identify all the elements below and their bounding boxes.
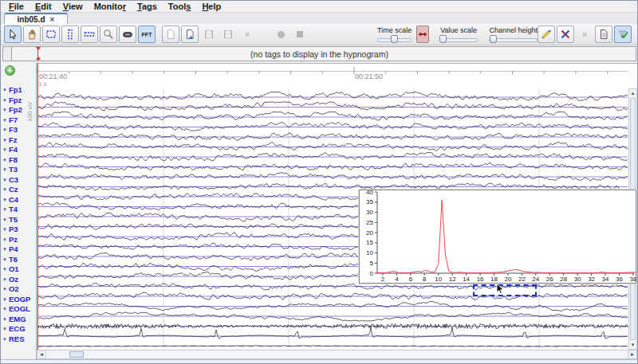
channel-row-f7[interactable]: ▼F7 <box>2 115 18 125</box>
channel-row-t3[interactable]: ▼T3 <box>2 165 18 174</box>
channel-row-t6[interactable]: ▼T6 <box>2 255 18 264</box>
channel-expand-icon[interactable]: ▼ <box>2 287 7 292</box>
menu-file[interactable]: File <box>3 2 30 11</box>
channel-expand-icon[interactable]: ▼ <box>2 187 7 192</box>
tab-inb05[interactable]: inb05.d × <box>4 13 68 25</box>
channel-expand-icon[interactable]: ▼ <box>2 217 7 222</box>
menu-edit[interactable]: Edit <box>30 2 57 11</box>
remove-button[interactable]: × <box>576 25 593 43</box>
channel-row-f4[interactable]: ▼F4 <box>2 145 18 155</box>
channel-height-slider-track[interactable] <box>489 35 538 43</box>
time-scale-lock-button[interactable] <box>416 25 429 43</box>
channel-row-fz[interactable]: ▼Fz <box>2 135 18 145</box>
menu-view[interactable]: View <box>57 2 89 11</box>
menu-tools[interactable]: Tools <box>163 2 197 11</box>
add-tag-button[interactable]: + <box>5 65 15 76</box>
channel-row-t5[interactable]: ▼T5 <box>2 215 18 225</box>
channel-expand-icon[interactable]: ▼ <box>2 167 7 172</box>
channel-expand-icon[interactable]: ▼ <box>2 257 7 262</box>
channel-row-emg[interactable]: ▼EMG <box>2 315 26 324</box>
channel-expand-icon[interactable]: ▼ <box>2 147 7 152</box>
channel-label: C4 <box>9 196 18 204</box>
new-view-button[interactable] <box>162 25 179 43</box>
channel-expand-icon[interactable]: ▼ <box>2 178 7 182</box>
zoom-tool-button[interactable] <box>100 25 117 43</box>
channel-expand-icon[interactable]: ▼ <box>2 327 7 331</box>
horizontal-scrollbar[interactable]: ◄ ► <box>37 350 637 359</box>
tab-close-icon[interactable]: × <box>50 16 55 24</box>
channel-row-res[interactable]: ▼RES <box>2 335 25 344</box>
channel-row-c4[interactable]: ▼C4 <box>2 195 18 205</box>
scroll-up-icon[interactable]: ▲ <box>629 89 636 97</box>
channel-row-p3[interactable]: ▼P3 <box>2 225 18 234</box>
save-all-button[interactable] <box>219 25 237 43</box>
channel-expand-icon[interactable]: ▼ <box>2 108 7 112</box>
channel-row-ecg[interactable]: ▼ECG <box>2 324 26 334</box>
channel-row-c3[interactable]: ▼C3 <box>2 175 18 185</box>
channel-expand-icon[interactable]: ▼ <box>2 227 7 232</box>
channel-row-fp2[interactable]: ▼Fp2 <box>2 105 22 115</box>
channel-expand-icon[interactable]: ▼ <box>2 198 7 202</box>
channel-expand-icon[interactable]: ▼ <box>2 297 7 302</box>
channel-expand-icon[interactable]: ▼ <box>2 337 7 342</box>
channel-expand-icon[interactable]: ▼ <box>2 237 7 242</box>
montage-tools-button[interactable] <box>557 25 574 43</box>
channel-row-f8[interactable]: ▼F8 <box>2 155 18 165</box>
channel-expand-icon[interactable]: ▼ <box>2 277 7 282</box>
channel-row-eogl[interactable]: ▼EOGL <box>2 304 30 314</box>
channel-row-cz[interactable]: ▼Cz <box>2 185 18 194</box>
channel-expand-icon[interactable]: ▼ <box>2 247 7 252</box>
channel-row-o2[interactable]: ▼O2 <box>2 284 19 294</box>
channel-row-fpz[interactable]: ▼Fpz <box>2 96 22 105</box>
report-button[interactable] <box>595 25 612 43</box>
menu-monitor[interactable]: Monitor <box>89 2 132 11</box>
page-flip-button[interactable] <box>181 25 199 43</box>
channel-expand-icon[interactable]: ▼ <box>2 138 7 143</box>
channel-expand-icon[interactable]: ▼ <box>2 158 7 162</box>
channel-expand-icon[interactable]: ▼ <box>2 127 7 132</box>
channel-row-f3[interactable]: ▼F3 <box>2 125 18 135</box>
channel-expand-icon[interactable]: ▼ <box>2 207 7 212</box>
channel-expand-icon[interactable]: ▼ <box>2 267 7 272</box>
selection-box[interactable] <box>473 284 537 296</box>
channel-expand-icon[interactable]: ▼ <box>2 317 7 322</box>
channel-row-o1[interactable]: ▼O1 <box>2 264 19 274</box>
value-scale-slider-thumb[interactable] <box>439 35 447 43</box>
stop-button[interactable] <box>291 25 309 43</box>
value-scale-slider-track[interactable] <box>440 35 478 43</box>
annotate-button[interactable] <box>538 25 555 43</box>
channel-expand-icon[interactable]: ▼ <box>2 88 7 92</box>
channel-height-slider[interactable]: Channel height <box>489 26 538 43</box>
time-scale-slider-thumb[interactable] <box>391 35 398 43</box>
save-button[interactable] <box>200 25 218 43</box>
time-scale-slider[interactable]: Time scale <box>377 26 412 43</box>
channel-row-t4[interactable]: ▼T4 <box>2 205 18 214</box>
measure-tool-button[interactable] <box>119 25 136 43</box>
channel-expand-icon[interactable]: ▼ <box>2 307 7 311</box>
value-scale-slider[interactable]: Value scale <box>440 26 478 43</box>
channel-row-eogp[interactable]: ▼EOGP <box>2 295 30 304</box>
horizontal-select-tool-button[interactable] <box>81 25 98 43</box>
channel-row-pz[interactable]: ▼Pz <box>2 235 18 245</box>
channel-expand-icon[interactable]: ▼ <box>2 118 7 123</box>
scroll-down-icon[interactable]: ▼ <box>629 341 636 349</box>
close-view-button[interactable]: × <box>238 25 256 43</box>
apply-filter-button[interactable] <box>614 25 632 43</box>
channel-row-p4[interactable]: ▼P4 <box>2 245 18 254</box>
time-scale-slider-track[interactable] <box>377 35 412 43</box>
menu-help[interactable]: Help <box>196 2 226 11</box>
pan-tool-button[interactable] <box>23 25 41 43</box>
vertical-select-tool-button[interactable] <box>61 25 79 43</box>
menu-tags[interactable]: Tags <box>132 2 163 11</box>
scroll-left-icon[interactable]: ◄ <box>37 350 46 358</box>
channel-height-slider-thumb[interactable] <box>490 35 497 43</box>
channel-expand-icon[interactable]: ▼ <box>2 98 7 103</box>
channel-row-fp1[interactable]: ▼Fp1 <box>2 85 22 95</box>
rect-select-tool-button[interactable] <box>42 25 60 43</box>
scroll-right-icon[interactable]: ► <box>628 350 636 358</box>
horizontal-scroll-thumb[interactable] <box>69 351 84 358</box>
record-button[interactable] <box>272 25 289 43</box>
pointer-tool-button[interactable] <box>4 25 22 43</box>
fft-tool-button[interactable]: FFT <box>138 25 156 43</box>
channel-row-oz[interactable]: ▼Oz <box>2 275 18 284</box>
